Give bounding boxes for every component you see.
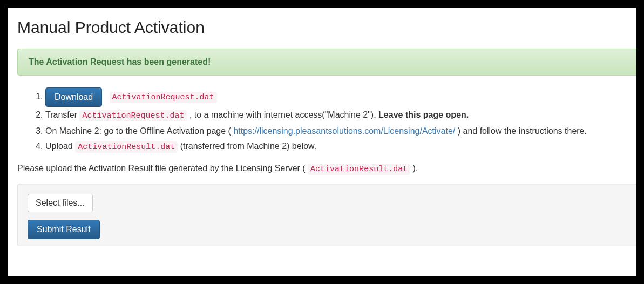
step2-mid: , to a machine with internet access("Mac…	[189, 110, 378, 119]
step-2: Transfer ActivationRequest.dat , to a ma…	[45, 107, 636, 123]
activation-request-file: ActivationRequest.dat	[110, 92, 217, 103]
main-panel: Manual Product Activation The Activation…	[8, 8, 636, 276]
submit-result-button[interactable]: Submit Result	[28, 220, 100, 239]
step4-suffix: (transferred from Machine 2) below.	[180, 141, 317, 151]
step4-prefix: Upload	[45, 141, 75, 151]
upload-intro-suffix: ).	[413, 164, 418, 173]
page-title: Manual Product Activation	[17, 18, 636, 37]
step3-suffix: ) and follow the instructions there.	[458, 126, 587, 136]
activation-result-file-inline: ActivationResult.dat	[75, 141, 178, 153]
step-1: Download ActivationRequest.dat	[45, 87, 636, 107]
step2-prefix: Transfer	[45, 110, 79, 119]
upload-intro-prefix: Please upload the Activation Result file…	[17, 164, 308, 173]
alert-success: The Activation Request has been generate…	[17, 49, 636, 76]
step-3: On Machine 2: go to the Offline Activati…	[45, 124, 636, 138]
upload-area: Select files... Submit Result	[17, 184, 636, 246]
upload-instruction: Please upload the Activation Result file…	[17, 164, 636, 174]
activation-request-file-inline: ActivationRequest.dat	[79, 110, 187, 121]
download-button[interactable]: Download	[45, 87, 102, 107]
step3-prefix: On Machine 2: go to the Offline Activati…	[45, 126, 231, 136]
activation-url-link[interactable]: https://licensing.pleasantsolutions.com/…	[233, 126, 455, 136]
activation-result-file-label: ActivationResult.dat	[308, 164, 410, 175]
instruction-list: Download ActivationRequest.dat Transfer …	[17, 87, 636, 154]
step2-bold: Leave this page open.	[378, 110, 469, 119]
select-files-button[interactable]: Select files...	[28, 194, 93, 212]
step-4: Upload ActivationResult.dat (transferred…	[45, 139, 636, 154]
